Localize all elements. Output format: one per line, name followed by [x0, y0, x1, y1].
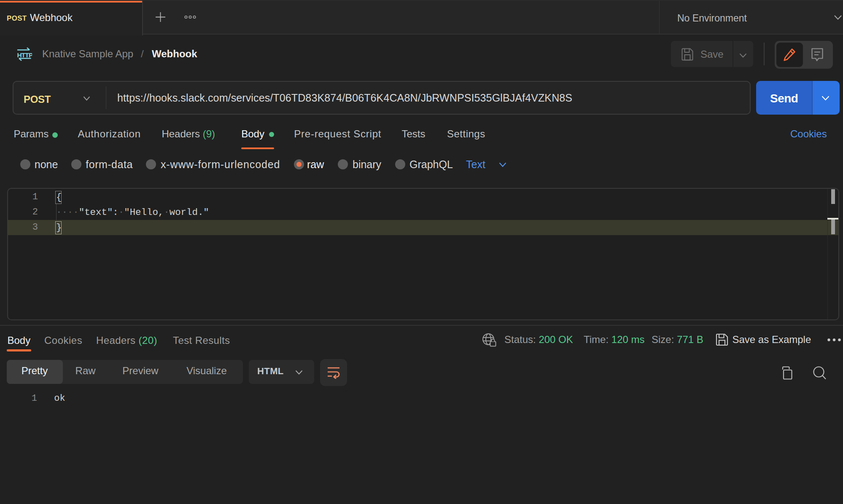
svg-text:HTTP: HTTP: [17, 51, 32, 59]
